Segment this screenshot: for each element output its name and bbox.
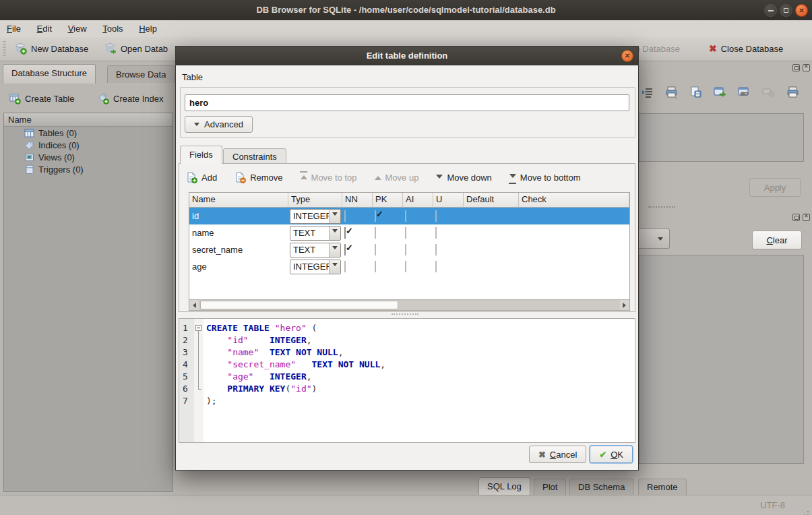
tab-constraints[interactable]: Constraints [223, 148, 286, 164]
new-database-button[interactable]: New Database [15, 37, 88, 60]
tab-sql-log[interactable]: SQL Log [478, 477, 530, 496]
dock-close-icon[interactable] [803, 214, 810, 221]
scrollbar-thumb[interactable] [200, 301, 398, 309]
window-titlebar[interactable]: DB Browser for SQLite - /home/user/code/… [0, 0, 812, 21]
menu-help[interactable]: Help [132, 20, 164, 37]
remove-field-button[interactable]: Remove [235, 172, 282, 183]
link-window-icon[interactable] [738, 86, 751, 98]
field-name[interactable]: secret_name [189, 245, 288, 255]
col-header-type[interactable]: Type [288, 193, 342, 208]
sql-fold-margin[interactable] [194, 319, 204, 442]
print-icon[interactable] [665, 86, 679, 98]
fold-collapse-icon[interactable] [195, 325, 201, 331]
menu-edit[interactable]: Edit [30, 20, 59, 37]
table-row[interactable]: name TEXT [189, 224, 629, 241]
tree-header-name[interactable]: Name [4, 113, 173, 127]
horizontal-scrollbar[interactable] [189, 299, 629, 310]
type-combobox[interactable]: INTEGER [290, 209, 341, 224]
type-combobox[interactable]: INTEGER [290, 260, 341, 274]
table-name-input[interactable] [185, 94, 629, 111]
table-row[interactable]: id INTEGER [189, 208, 629, 224]
dock-close-icon[interactable] [803, 64, 810, 71]
pk-checkbox[interactable] [375, 210, 376, 222]
menu-tools[interactable]: Tools [96, 20, 129, 37]
create-index-button[interactable]: Create Index [98, 90, 163, 107]
pk-checkbox[interactable] [375, 227, 376, 239]
tree-item-tables[interactable]: Tables (0) [4, 127, 173, 139]
combo-arrow-icon[interactable] [329, 243, 340, 257]
save-results-icon[interactable] [690, 86, 702, 98]
u-checkbox[interactable] [435, 210, 437, 222]
col-header-u[interactable]: U [433, 193, 464, 208]
dock-float-icon[interactable] [792, 64, 800, 71]
col-header-check[interactable]: Check [519, 193, 629, 208]
create-table-button[interactable]: Create Table [9, 90, 74, 107]
tab-db-schema[interactable]: DB Schema [569, 479, 633, 496]
u-checkbox[interactable] [435, 227, 437, 239]
tab-database-structure[interactable]: Database Structure [3, 64, 96, 84]
field-name[interactable]: age [189, 262, 288, 272]
tab-browse-data[interactable]: Browse Data [107, 65, 175, 83]
dialog-close-button[interactable]: ✕ [621, 50, 633, 62]
combo-arrow-icon[interactable] [329, 260, 340, 274]
pk-checkbox[interactable] [375, 261, 376, 272]
open-database-button[interactable]: Open Datab [104, 37, 168, 60]
sql-preview[interactable]: 1234567 CREATE TABLE "hero" ( "id" INTEG… [179, 318, 635, 443]
table-row[interactable]: secret_name TEXT [189, 241, 629, 258]
tab-fields[interactable]: Fields [180, 146, 222, 164]
add-field-button[interactable]: Add [186, 172, 217, 183]
toolbar-drag-handle[interactable] [3, 41, 6, 56]
tree-item-views[interactable]: Views (0) [4, 151, 173, 163]
field-name[interactable]: name [189, 228, 288, 238]
menu-file[interactable]: File [0, 20, 28, 37]
u-checkbox[interactable] [435, 244, 437, 255]
type-combobox[interactable]: TEXT [290, 226, 341, 241]
dock-float-icon[interactable] [792, 214, 800, 221]
scrollbar-track[interactable] [199, 300, 620, 310]
resize-grip[interactable] [807, 511, 809, 512]
maximize-button[interactable] [780, 4, 792, 17]
dialog-titlebar[interactable]: Edit table definition ✕ [176, 47, 638, 65]
ai-checkbox[interactable] [405, 244, 406, 255]
clear-button[interactable]: Clear [752, 231, 802, 249]
cancel-button[interactable]: ✖ Cancel [529, 446, 586, 463]
ok-button[interactable]: ✔ OK [590, 446, 633, 463]
type-combobox[interactable]: TEXT [290, 243, 341, 258]
sql-code-lines[interactable]: CREATE TABLE "hero" ( "id" INTEGER, "nam… [204, 319, 635, 442]
export-icon[interactable] [714, 86, 726, 98]
combo-arrow-icon[interactable] [329, 210, 340, 223]
scroll-left-arrow[interactable] [189, 300, 199, 310]
field-name[interactable]: id [189, 211, 288, 221]
move-to-bottom-button[interactable]: Move to bottom [509, 172, 581, 183]
print-log-icon[interactable] [786, 86, 800, 98]
ai-checkbox[interactable] [405, 210, 406, 222]
ai-checkbox[interactable] [405, 261, 406, 272]
col-header-nn[interactable]: NN [342, 193, 373, 208]
log-filter-combobox[interactable] [636, 229, 670, 249]
menu-view[interactable]: View [61, 20, 94, 37]
col-header-pk[interactable]: PK [373, 193, 403, 208]
format-sql-icon[interactable] [642, 86, 654, 98]
col-header-name[interactable]: Name [189, 193, 288, 208]
move-down-button[interactable]: Move down [436, 173, 491, 183]
sql-log-area[interactable] [639, 255, 804, 464]
minimize-button[interactable] [764, 4, 777, 17]
scroll-right-arrow[interactable] [620, 300, 629, 310]
nn-checkbox[interactable] [344, 244, 346, 255]
table-row[interactable]: age INTEGER [189, 258, 629, 275]
tab-plot[interactable]: Plot [534, 479, 566, 496]
pk-checkbox[interactable] [375, 244, 376, 255]
col-header-ai[interactable]: AI [403, 193, 433, 208]
tree-item-triggers[interactable]: Triggers (0) [4, 163, 173, 175]
close-button[interactable]: ✕ [795, 4, 808, 17]
sql-editor-area[interactable] [639, 113, 804, 162]
close-database-button[interactable]: ✖ Close Database [709, 37, 783, 60]
ai-checkbox[interactable] [405, 227, 406, 239]
tab-remote[interactable]: Remote [638, 479, 687, 496]
dialog-splitter-handle[interactable] [392, 313, 418, 315]
nn-checkbox[interactable] [344, 227, 346, 239]
advanced-button[interactable]: Advanced [185, 116, 253, 133]
u-checkbox[interactable] [435, 261, 437, 272]
nn-checkbox[interactable] [344, 261, 346, 272]
nn-checkbox[interactable] [344, 210, 346, 222]
